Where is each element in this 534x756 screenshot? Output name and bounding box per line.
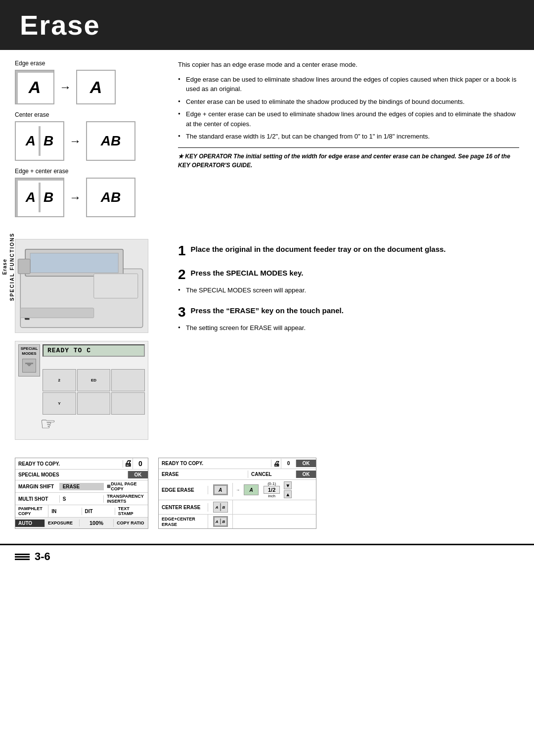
arrow-icon: → [59,80,71,94]
step-3-block: 3 Press the “ERASE” key on the touch pan… [178,305,519,333]
svg-rect-7 [20,308,93,318]
margin-shift-btn[interactable]: MARGIN SHIFT [15,483,60,490]
erase-printer-icon: 🖨 [271,459,281,469]
ok-button[interactable]: OK [128,471,148,478]
arrow-icon-3: → [69,190,81,204]
step-1-block: 1 Place the original in the document fee… [178,244,519,258]
erase-screen-row-1: READY TO COPY. 🖨 0 OK [159,458,316,469]
description-column: This copier has an edge erase mode and a… [178,60,519,224]
value-arrows[interactable]: ▼ ▲ [284,481,292,498]
erase-ok-btn-2[interactable]: OK [296,471,316,478]
page-header: Erase [0,0,534,50]
step-2-bullet: The SPECIAL MODES screen will appear. [178,285,519,295]
page-title: Erase [20,9,514,41]
step-2-title: Press the SPECIAL MODES key. [191,268,304,278]
step-3-title: Press the “ERASE” key on the touch panel… [191,305,344,316]
screen-row-5: PAMPHLET COPY IN DIT TEXT STAMP [15,505,148,518]
erase-value-display: 1/2 [264,486,280,494]
edge-erase-row: EDGE ERASE A → A (0-1) 1/2 inch [159,480,316,500]
s-btn[interactable]: S [60,495,104,503]
erase-ok-btn-1[interactable]: OK [296,460,316,467]
edge-erase-row-label: EDGE ERASE [159,486,208,494]
center-erase-after: A B [86,121,135,161]
panel-ready-display: READY TO C [43,344,145,357]
keypad-area: 2 ED Y [43,369,145,415]
screen-row-1: READY TO COPY. 🖨 0 [15,458,148,470]
multi-shot-btn[interactable]: MULTI SHOT [15,495,60,503]
dit-btn[interactable]: DIT [82,508,115,515]
svg-rect-4 [18,259,30,274]
edge-center-erase-after: A B [86,178,135,217]
edge-center-erase-before: A B [15,178,64,217]
step-3-header: 3 Press the “ERASE” key on the touch pan… [178,305,519,319]
center-erase-diagram: A B → A B [15,121,163,161]
ready-to-copy-text: READY TO COPY. [15,460,123,468]
special-modes-screen: READY TO COPY. 🖨 0 SPECIAL MODES OK MARG… [15,458,148,529]
erase-cancel-btn[interactable]: CANCEL [248,471,296,478]
erase-ready-text: READY TO COPY. [159,460,271,467]
erase-settings-screen: READY TO COPY. 🖨 0 OK ERASE CANCEL OK ED… [158,458,316,529]
center-erase-row: CENTER ERASE A B [159,500,316,515]
bullet-item-3: Edge + center erase can be used to elimi… [178,109,519,129]
erase-copy-count: 0 [281,460,296,467]
copier-svg: ↙ [15,239,148,332]
value-unit: inch [268,494,275,498]
screens-area: READY TO COPY. 🖨 0 SPECIAL MODES OK MARG… [0,453,534,534]
value-up-button[interactable]: ▼ [284,481,292,489]
main-content-top: Edge erase A → A Center erase A B → [0,50,534,234]
chapter-sub2-label: Erase [2,259,7,275]
center-erase-section: Center erase A B → A B [15,111,163,161]
panel-inner: SPECIAL MODES READY TO C ☞ 2 ED [15,341,148,439]
steps-text-column: 1 Place the original in the document fee… [178,239,519,448]
pamphlet-copy-btn[interactable]: PAMPHLET COPY [15,505,48,517]
step-3-number: 3 [178,305,186,319]
dual-page-copy-btn[interactable]: ⊞ DUAL PAGE COPY [104,480,148,492]
arrow-icon-2: → [69,134,81,148]
copy-ratio-label: COPY RATIO [114,520,148,526]
step-2-number: 2 [178,268,186,282]
chapter-subtitle-label: SPECIAL FUNCTIONS [9,233,15,301]
svg-rect-8 [25,363,33,364]
erase-btn[interactable]: ERASE [60,483,104,490]
edge-center-erase-diagram: A B → A B [15,178,163,217]
erase-screen-row-2: ERASE CANCEL OK [159,469,316,480]
copy-count: 0 [133,459,148,469]
value-down-button[interactable]: ▲ [284,490,292,498]
svg-rect-9 [27,364,31,365]
copier-image: ↙ [15,239,148,333]
value-range: (0-1) [267,481,276,486]
step-1-title: Place the original in the document feede… [191,244,446,254]
bullet-item-4: The standard erase width is 1/2", but ca… [178,132,519,142]
center-erase-row-label: CENTER ERASE [159,503,208,512]
edge-center-erase-label: Edge + center erase [15,168,163,175]
page-lines-decoration [15,554,30,560]
page-bottom: 3-6 [0,544,534,568]
center-erase-label: Center erase [15,111,163,118]
svg-rect-2 [30,253,118,273]
auto-btn[interactable]: AUTO [15,520,45,527]
edge-erase-diagram: A → A [15,70,163,104]
key-operator-text: ★ KEY OPERATOR The initial setting of th… [178,153,510,169]
edge-erase-after: A [76,70,116,104]
special-modes-button[interactable]: SPECIAL MODES [18,344,40,377]
printer-icon: 🖨 [123,458,133,469]
step-1-number: 1 [178,244,186,258]
control-panel-image: SPECIAL MODES READY TO C ☞ 2 ED [15,341,148,440]
screen-row-6: AUTO EXPOSURE 100% COPY RATIO [15,518,148,528]
edge-erase-before: A [15,70,54,104]
text-stamp-btn[interactable]: TEXT STAMP [115,505,148,517]
steps-area: ↙ SPECIAL MODES READY T [0,234,534,453]
center-erase-icon: A B [208,500,233,514]
edge-erase-after-icon: A [244,484,259,495]
bullet-list: Edge erase can be used to eliminate shad… [178,75,519,142]
edge-center-erase-section: Edge + center erase A B → A B [15,168,163,217]
edge-erase-value-area: → A (0-1) 1/2 inch ▼ ▲ [233,480,316,500]
screen-row-3: MARGIN SHIFT ERASE ⊞ DUAL PAGE COPY [15,480,148,493]
transparency-inserts-btn[interactable]: TRANSPARENCY INSERTS [104,493,148,505]
in-btn[interactable]: IN [48,508,82,515]
edge-erase-label: Edge erase [15,60,163,67]
erase-label-cell: ERASE [159,471,248,478]
edge-center-erase-icon: A B [208,515,233,528]
step-3-bullet: The setting screen for ERASE will appear… [178,323,519,333]
edge-center-erase-row-label: EDGE+CENTER ERASE [159,515,208,528]
